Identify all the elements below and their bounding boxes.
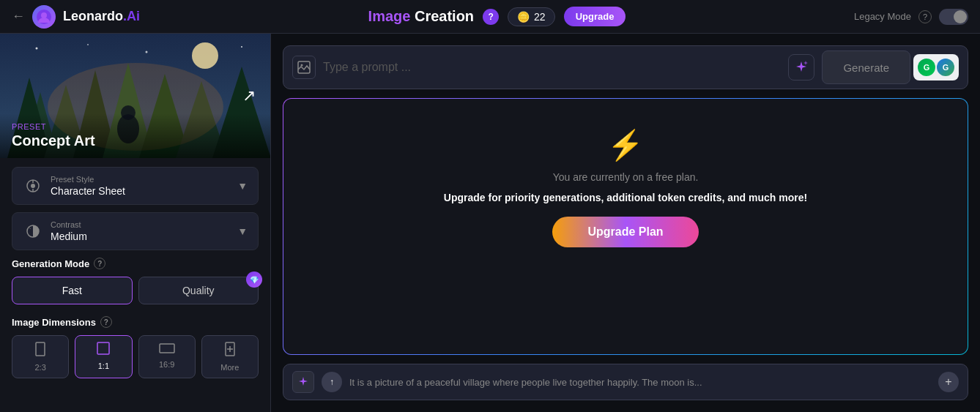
generation-mode-section: Generation Mode ? — [12, 258, 259, 269]
history-text: It is a picture of a peaceful village wh… — [349, 377, 931, 388]
preset-style-label: Preset Style — [51, 175, 230, 184]
quality-badge: 💎 — [246, 271, 262, 288]
preset-overlay: Preset Concept Art — [0, 113, 270, 158]
legacy-mode-label: Legacy Mode — [854, 11, 911, 22]
token-icon: 🪙 — [517, 11, 530, 23]
preset-style-content: Preset Style Character Sheet — [51, 175, 230, 197]
svg-point-13 — [36, 48, 38, 50]
nav-left: ← Leonardo.Ai — [12, 5, 140, 29]
contrast-selector[interactable]: Contrast Medium ▼ — [12, 212, 259, 250]
magic-enhance-button[interactable] — [788, 54, 814, 80]
upgrade-card: ⚡ You are currently on a free plan. Upgr… — [283, 98, 968, 355]
dim-16-9-button[interactable]: 16:9 — [138, 335, 196, 378]
preset-cursor-icon: ↗ — [242, 86, 256, 105]
contrast-label: Contrast — [51, 220, 230, 229]
svg-point-12 — [192, 42, 218, 69]
prompt-bar: Generate G G — [283, 45, 968, 89]
svg-point-16 — [241, 46, 242, 48]
contrast-value: Medium — [51, 231, 230, 242]
preset-style-chevron: ▼ — [237, 180, 248, 192]
svg-point-14 — [87, 44, 89, 45]
dim-more-button[interactable]: More — [201, 335, 259, 378]
upgrade-button[interactable]: Upgrade — [564, 7, 626, 26]
nav-center: Image Creation ? 🪙 22 Upgrade — [140, 7, 854, 26]
svg-rect-27 — [160, 344, 174, 353]
svg-point-15 — [146, 51, 148, 53]
dimension-buttons: 2:3 1:1 16:9 — [12, 335, 259, 378]
dim-1-1-button[interactable]: 1:1 — [75, 335, 132, 378]
dim-1-1-label: 1:1 — [98, 362, 109, 370]
contrast-icon — [23, 221, 43, 241]
brand-name: Leonardo.Ai — [63, 9, 140, 24]
sidebar: Preset Concept Art ↗ Preset Style — [0, 34, 271, 412]
generation-mode-help[interactable]: ? — [94, 258, 105, 269]
generate-area: Generate G G — [822, 50, 959, 84]
image-dimensions-label: Image Dimensions — [12, 317, 96, 328]
dim-2-3-icon — [35, 342, 45, 360]
legacy-help-icon[interactable]: ? — [918, 10, 932, 23]
grammarly-icon-1: G — [918, 59, 935, 76]
history-up-button[interactable]: ↑ — [322, 372, 342, 392]
dim-2-3-button[interactable]: 2:3 — [12, 335, 69, 378]
mode-fast-button[interactable]: Fast — [12, 277, 133, 304]
dim-16-9-label: 16:9 — [159, 360, 174, 369]
grammarly-icons: G G — [913, 54, 959, 80]
generation-mode-label: Generation Mode — [12, 258, 89, 269]
dim-16-9-icon — [159, 342, 175, 357]
preset-style-value: Character Sheet — [51, 185, 230, 197]
token-badge: 🪙 22 — [508, 7, 555, 26]
dim-1-1-icon — [97, 342, 110, 359]
mode-quality-button[interactable]: Quality 💎 — [138, 277, 259, 304]
history-bar: ↑ It is a picture of a peaceful village … — [283, 364, 968, 400]
dim-2-3-label: 2:3 — [34, 363, 45, 372]
preset-label: Preset — [12, 122, 259, 131]
preset-style-selector[interactable]: Preset Style Character Sheet ▼ — [12, 167, 259, 205]
help-icon[interactable]: ? — [483, 9, 499, 25]
history-magic-button[interactable] — [292, 371, 314, 393]
page-title: Image Creation — [368, 8, 475, 25]
prompt-image-button[interactable] — [292, 56, 316, 79]
generate-button[interactable]: Generate — [822, 50, 910, 84]
avatar — [32, 5, 56, 29]
history-add-button[interactable]: + — [938, 372, 959, 392]
free-plan-text: You are currently on a free plan. — [553, 171, 699, 183]
mode-buttons: Fast Quality 💎 — [12, 277, 259, 304]
lightning-icon: ⚡ — [607, 128, 644, 162]
svg-rect-26 — [97, 342, 109, 354]
grammarly-icon-2: G — [937, 59, 954, 76]
content-area: Generate G G ⚡ You are currently on a fr… — [271, 34, 980, 412]
dim-more-icon — [225, 342, 235, 360]
image-dimensions-section: Image Dimensions ? — [12, 316, 259, 328]
preset-style-icon — [23, 176, 43, 196]
svg-point-20 — [31, 184, 35, 188]
svg-rect-25 — [36, 342, 45, 356]
top-navigation: ← Leonardo.Ai Image Creation ? 🪙 22 Upgr… — [0, 0, 980, 34]
main-layout: Preset Concept Art ↗ Preset Style — [0, 34, 980, 412]
image-dimensions-help[interactable]: ? — [100, 316, 112, 328]
prompt-input[interactable] — [323, 61, 781, 74]
upgrade-plan-button[interactable]: Upgrade Plan — [552, 217, 698, 247]
svg-line-24 — [29, 227, 31, 229]
sidebar-controls: Preset Style Character Sheet ▼ Contrast … — [0, 158, 270, 387]
preset-banner[interactable]: Preset Concept Art ↗ — [0, 34, 270, 158]
back-button[interactable]: ← — [12, 9, 25, 24]
preset-name: Concept Art — [12, 132, 259, 149]
upgrade-benefits-text: Upgrade for priority generations, additi… — [444, 192, 807, 203]
svg-point-1 — [41, 12, 47, 18]
contrast-content: Contrast Medium — [51, 220, 230, 242]
contrast-chevron: ▼ — [237, 225, 248, 237]
legacy-mode-toggle[interactable] — [939, 9, 968, 25]
nav-right: Legacy Mode ? — [854, 9, 968, 25]
dim-more-label: More — [220, 363, 239, 372]
token-count: 22 — [534, 11, 546, 23]
